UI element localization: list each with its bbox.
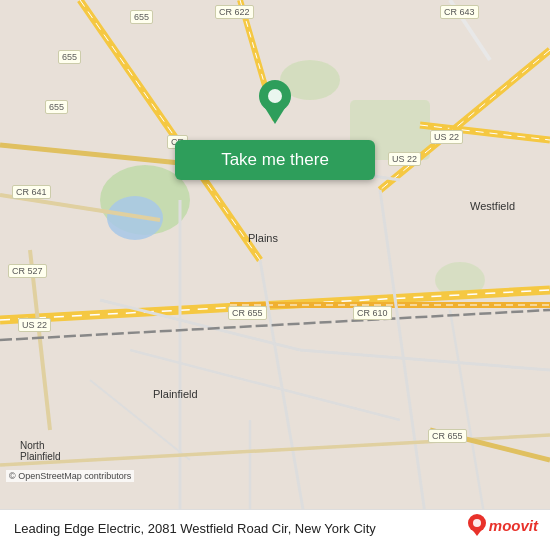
road-label-cr527: CR 527	[8, 264, 47, 278]
moovit-logo: moovit	[468, 514, 538, 536]
svg-point-38	[473, 519, 481, 527]
road-label-us22-right: US 22	[430, 130, 463, 144]
road-label-cr643: CR 643	[440, 5, 479, 19]
pin-container	[257, 80, 293, 124]
town-westfield: Westfield	[470, 200, 515, 212]
town-plains: Plains	[248, 232, 278, 244]
map-container: CR 643 CR 622 655 655 655 CR 641 US 22 U…	[0, 0, 550, 550]
road-label-us22-bottom: US 22	[18, 318, 51, 332]
moovit-pin-icon	[468, 514, 486, 536]
map-attribution: © OpenStreetMap contributors	[6, 470, 134, 482]
svg-marker-36	[265, 108, 285, 124]
road-label-655-mid2: 655	[45, 100, 68, 114]
road-label-655-top: 655	[130, 10, 153, 24]
moovit-text: moovit	[489, 517, 538, 534]
take-me-there-button[interactable]: Take me there	[175, 140, 375, 180]
location-name: Leading Edge Electric, 2081 Westfield Ro…	[14, 520, 536, 538]
svg-point-35	[268, 89, 282, 103]
location-pin	[257, 80, 293, 124]
svg-line-25	[130, 350, 400, 420]
road-label-cr641: CR 641	[12, 185, 51, 199]
svg-line-23	[300, 350, 550, 370]
town-plainfield: Plainfield	[153, 388, 198, 400]
road-label-cr622: CR 622	[215, 5, 254, 19]
road-label-us22-mid: US 22	[388, 152, 421, 166]
svg-line-24	[380, 190, 430, 550]
road-label-655-mid: 655	[58, 50, 81, 64]
town-north-plainfield: NorthPlainfield	[20, 440, 61, 462]
road-label-cr655-mid: CR 655	[228, 306, 267, 320]
svg-marker-39	[471, 528, 483, 536]
road-label-cr610: CR 610	[353, 306, 392, 320]
road-label-cr655-br: CR 655	[428, 429, 467, 443]
